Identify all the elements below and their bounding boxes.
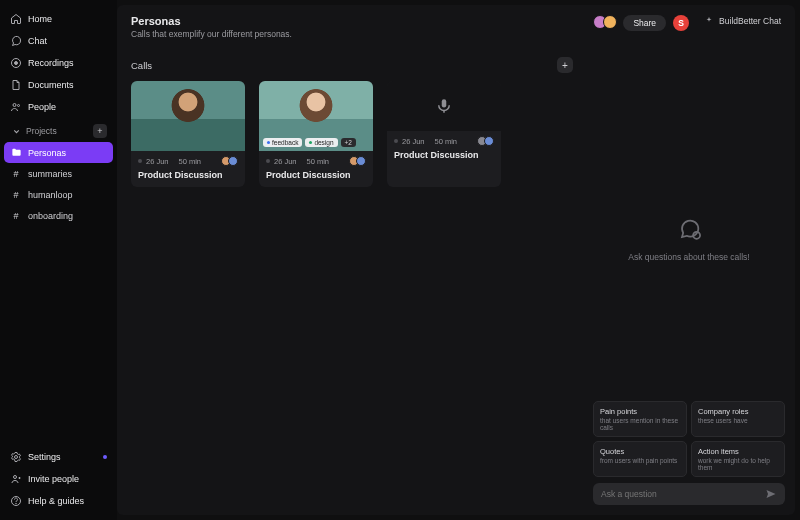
svg-point-1: [15, 62, 18, 65]
nav-invite[interactable]: Invite people: [4, 468, 113, 490]
call-title: Product Discussion: [138, 170, 238, 180]
nav-settings[interactable]: Settings: [4, 446, 113, 468]
nav-label: Documents: [28, 80, 74, 90]
projects-header[interactable]: Projects +: [4, 118, 113, 142]
chat-empty-prompt: Ask questions about these calls!: [628, 252, 749, 262]
add-call-button[interactable]: +: [557, 57, 573, 73]
call-thumbnail: [131, 81, 245, 151]
project-label: summaries: [28, 169, 72, 179]
chevron-down-icon: [10, 125, 22, 137]
call-duration: 50 min: [179, 157, 202, 166]
topbar: Personas Calls that exemplify our differ…: [117, 5, 795, 43]
svg-point-5: [14, 476, 17, 479]
nav-chat[interactable]: Chat: [4, 30, 113, 52]
chat-input-row[interactable]: [593, 483, 785, 505]
chat-icon: [10, 35, 22, 47]
status-dot: [394, 139, 398, 143]
svg-point-3: [18, 105, 20, 107]
nav-label: Invite people: [28, 474, 79, 484]
participants: [224, 156, 238, 166]
chat-bubble-icon: [675, 216, 703, 244]
collaborator-avatars[interactable]: [597, 15, 617, 29]
send-icon[interactable]: [765, 488, 777, 500]
status-dot: [138, 159, 142, 163]
participants: [480, 136, 494, 146]
user-avatar[interactable]: S: [673, 15, 689, 31]
nav-documents[interactable]: Documents: [4, 74, 113, 96]
project-humanloop[interactable]: # humanloop: [4, 184, 113, 205]
nav-label: Help & guides: [28, 496, 84, 506]
projects-label: Projects: [26, 126, 57, 136]
nav-recordings[interactable]: Recordings: [4, 52, 113, 74]
suggestion-company-roles[interactable]: Company roles these users have: [691, 401, 785, 437]
call-date: 26 Jun: [402, 137, 425, 146]
avatar: [603, 15, 617, 29]
calls-section: Calls + 26 Jun 50 min: [117, 43, 587, 515]
suggestion-quotes[interactable]: Quotes from users with pain points: [593, 441, 687, 477]
folder-icon: [10, 147, 22, 159]
hash-icon: #: [10, 189, 22, 201]
chat-input[interactable]: [601, 489, 759, 499]
call-card[interactable]: 26 Jun 50 min Product Discussion: [387, 81, 501, 187]
svg-point-2: [13, 104, 16, 107]
hash-icon: #: [10, 210, 22, 222]
share-button[interactable]: Share: [623, 15, 666, 31]
nav-home[interactable]: Home: [4, 8, 113, 30]
call-card[interactable]: 26 Jun 50 min Product Discussion: [131, 81, 245, 187]
sparkle-icon: [703, 15, 715, 27]
help-icon: [10, 495, 22, 507]
home-icon: [10, 13, 22, 25]
document-icon: [10, 79, 22, 91]
nav-label: Settings: [28, 452, 61, 462]
call-card[interactable]: feedback design +2 26 Jun 50 min: [259, 81, 373, 187]
settings-indicator: [103, 455, 107, 459]
suggestion-action-items[interactable]: Action items work we might do to help th…: [691, 441, 785, 477]
tag-feedback[interactable]: feedback: [263, 138, 302, 147]
calls-heading: Calls: [131, 60, 152, 71]
svg-point-7: [16, 503, 17, 504]
call-thumbnail-audio: [387, 81, 501, 131]
participants: [352, 156, 366, 166]
chat-panel: Ask questions about these calls! Pain po…: [587, 43, 795, 515]
nav-label: People: [28, 102, 56, 112]
call-duration: 50 min: [307, 157, 330, 166]
call-title: Product Discussion: [266, 170, 366, 180]
buildbetter-chat-link[interactable]: BuildBetter Chat: [703, 15, 781, 27]
nav-label: Home: [28, 14, 52, 24]
project-label: humanloop: [28, 190, 73, 200]
nav-people[interactable]: People: [4, 96, 113, 118]
tag-more[interactable]: +2: [341, 138, 356, 147]
call-duration: 50 min: [435, 137, 458, 146]
nav-help[interactable]: Help & guides: [4, 490, 113, 512]
project-onboarding[interactable]: # onboarding: [4, 205, 113, 226]
gear-icon: [10, 451, 22, 463]
page-title: Personas: [131, 15, 597, 27]
call-thumbnail: feedback design +2: [259, 81, 373, 151]
suggestion-pain-points[interactable]: Pain points that users mention in these …: [593, 401, 687, 437]
add-project-button[interactable]: +: [93, 124, 107, 138]
main-content: Personas Calls that exemplify our differ…: [117, 5, 795, 515]
project-label: onboarding: [28, 211, 73, 221]
chat-link-label: BuildBetter Chat: [719, 16, 781, 26]
call-date: 26 Jun: [146, 157, 169, 166]
svg-point-4: [15, 456, 18, 459]
sidebar: Home Chat Recordings Documents People Pr…: [0, 0, 117, 520]
nav-label: Recordings: [28, 58, 74, 68]
call-title: Product Discussion: [394, 150, 494, 160]
microphone-icon: [435, 97, 453, 115]
add-user-icon: [10, 473, 22, 485]
project-personas[interactable]: Personas: [4, 142, 113, 163]
hash-icon: #: [10, 168, 22, 180]
people-icon: [10, 101, 22, 113]
nav-label: Chat: [28, 36, 47, 46]
tag-design[interactable]: design: [305, 138, 337, 147]
status-dot: [266, 159, 270, 163]
call-date: 26 Jun: [274, 157, 297, 166]
project-label: Personas: [28, 148, 66, 158]
page-subtitle: Calls that exemplify our different perso…: [131, 29, 597, 39]
record-icon: [10, 57, 22, 69]
project-summaries[interactable]: # summaries: [4, 163, 113, 184]
